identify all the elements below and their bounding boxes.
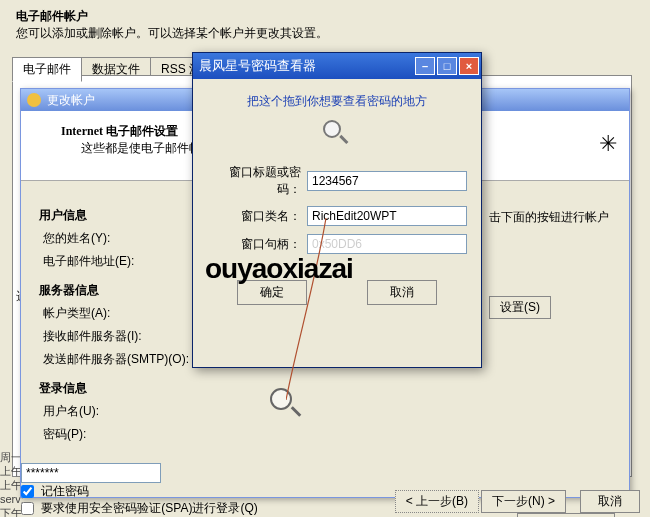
prev-button[interactable]: < 上一步(B) xyxy=(395,490,479,513)
pv-cancel-button[interactable]: 取消 xyxy=(367,280,437,305)
pv-ok-button[interactable]: 确定 xyxy=(237,280,307,305)
test-instructions: 击下面的按钮进行帐户 xyxy=(489,209,629,226)
accounts-desc: 您可以添加或删除帐户。可以选择某个帐户并更改其设置。 xyxy=(16,25,616,42)
password-input[interactable] xyxy=(21,463,161,483)
cursor-icon: ✳ xyxy=(599,131,617,157)
remember-password-checkbox[interactable] xyxy=(21,485,34,498)
pv-instructions: 把这个拖到你想要查看密码的地方 xyxy=(207,93,467,110)
password-viewer-window: 晨风星号密码查看器 – □ × 把这个拖到你想要查看密码的地方 窗口标题或密码：… xyxy=(192,52,482,368)
label-username: 用户名(U): xyxy=(43,403,249,420)
pv-label-password: 窗口标题或密码： xyxy=(207,164,307,198)
close-button[interactable]: × xyxy=(459,57,479,75)
wizard-cancel-button[interactable]: 取消 xyxy=(580,490,640,513)
magnifier-drag-icon[interactable] xyxy=(323,120,351,148)
pv-class-output[interactable] xyxy=(307,206,467,226)
test-settings-button[interactable]: 设置(S) xyxy=(489,296,551,319)
pv-password-output[interactable] xyxy=(307,171,467,191)
accounts-title: 电子邮件帐户 xyxy=(16,8,616,25)
password-viewer-titlebar[interactable]: 晨风星号密码查看器 – □ × xyxy=(193,53,481,79)
next-button[interactable]: 下一步(N) > xyxy=(481,490,566,513)
spa-label: 要求使用安全密码验证(SPA)进行登录(Q) xyxy=(41,501,257,515)
tab-email[interactable]: 电子邮件 xyxy=(12,57,82,82)
more-settings-button[interactable]: 其他设置(M)... xyxy=(517,513,615,517)
account-icon xyxy=(27,93,41,107)
pv-label-handle: 窗口句柄： xyxy=(207,236,307,253)
modify-head-desc: 这些都是使电子邮件帐 xyxy=(81,141,201,155)
accounts-header: 电子邮件帐户 您可以添加或删除帐户。可以选择某个帐户并更改其设置。 xyxy=(6,4,626,50)
settings-right-column: 击下面的按钮进行帐户 设置(S) xyxy=(489,209,629,319)
password-row xyxy=(21,463,629,483)
pv-label-class: 窗口类名： xyxy=(207,208,307,225)
section-login-info: 登录信息 xyxy=(39,380,249,397)
minimize-button[interactable]: – xyxy=(415,57,435,75)
pv-title-text: 晨风星号密码查看器 xyxy=(199,57,316,75)
modify-title-text: 更改帐户 xyxy=(47,92,95,109)
modify-head-title: Internet 电子邮件设置 xyxy=(61,124,178,138)
spa-checkbox[interactable] xyxy=(21,502,34,515)
remember-password-label: 记住密码 xyxy=(41,484,89,498)
wizard-buttons: < 上一步(B) 下一步(N) > 取消 xyxy=(395,490,640,513)
maximize-button[interactable]: □ xyxy=(437,57,457,75)
pv-handle-output[interactable] xyxy=(307,234,467,254)
label-password: 密码(P): xyxy=(43,426,249,443)
